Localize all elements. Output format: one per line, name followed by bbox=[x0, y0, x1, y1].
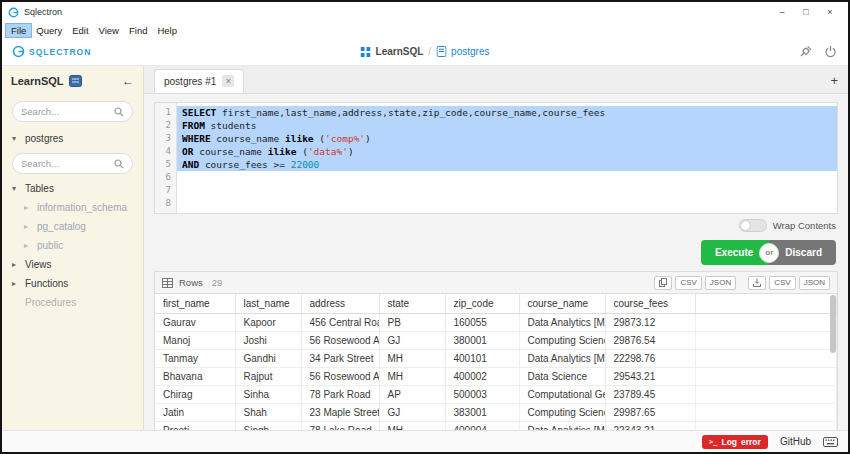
table-row[interactable]: TanmayGandhi34 Park StreetMH400101Data A… bbox=[155, 350, 837, 368]
code-line-6[interactable]: ​ bbox=[177, 171, 837, 184]
table-cell: PB bbox=[379, 314, 445, 332]
or-divider: or bbox=[759, 243, 779, 263]
code-line-3[interactable]: WHERE course_name ilike ('comp%') bbox=[177, 132, 837, 145]
table-row[interactable]: ManojJoshi56 Rosewood Av...GJ380001Compu… bbox=[155, 332, 837, 350]
column-header-last_name[interactable]: last_name bbox=[235, 294, 301, 314]
column-header-first_name[interactable]: first_name bbox=[155, 294, 235, 314]
sidebar: LearnSQL ← ▾ postgres bbox=[2, 66, 144, 430]
tab-label: postgres #1 bbox=[164, 76, 216, 87]
sidebar-item-tables[interactable]: ▾ Tables bbox=[2, 179, 143, 198]
table-cell: Computational Ge... bbox=[519, 386, 605, 404]
discard-button[interactable]: Discard bbox=[769, 240, 836, 265]
window-controls: – □ × bbox=[770, 3, 842, 21]
title-bar: Sqlectron – □ × bbox=[2, 2, 848, 22]
table-row[interactable]: JatinShah23 Maple StreetGJ383001Computin… bbox=[155, 404, 837, 422]
tab-close-icon[interactable]: × bbox=[222, 75, 234, 87]
table-cell: GJ bbox=[379, 404, 445, 422]
keyboard-icon[interactable] bbox=[823, 437, 838, 447]
results-header: Rows 29 CSV JSON bbox=[155, 272, 837, 294]
log-error-badge[interactable]: >_ Log error bbox=[702, 435, 768, 449]
code-line-5[interactable]: AND course_fees >= 22000 bbox=[177, 158, 837, 171]
copy-csv-button[interactable]: CSV bbox=[675, 276, 701, 290]
sidebar-item-views[interactable]: ▸Views bbox=[2, 255, 143, 274]
sidebar-item-public[interactable]: ▸public bbox=[2, 236, 143, 255]
header-icons bbox=[798, 44, 838, 59]
menu-item-find[interactable]: Find bbox=[124, 24, 152, 37]
copy-icon[interactable] bbox=[654, 276, 672, 290]
brand-logo: SQLECTRON bbox=[12, 45, 91, 58]
column-header-address[interactable]: address bbox=[301, 294, 379, 314]
tables-label: Tables bbox=[25, 183, 54, 194]
save-csv-button[interactable]: CSV bbox=[769, 276, 795, 290]
results-scrollbar[interactable] bbox=[830, 295, 836, 353]
database-search-input[interactable] bbox=[21, 158, 114, 169]
action-row: Execute or Discard bbox=[156, 240, 836, 265]
plug-icon[interactable] bbox=[798, 44, 813, 59]
close-button[interactable]: × bbox=[818, 3, 842, 21]
minimize-button[interactable]: – bbox=[770, 3, 794, 21]
table-cell-filler bbox=[695, 404, 837, 422]
server-icon bbox=[69, 75, 82, 87]
results-table: first_namelast_nameaddressstatezip_codec… bbox=[155, 294, 837, 430]
table-cell: Sinha bbox=[235, 386, 301, 404]
collapse-sidebar-icon[interactable]: ← bbox=[122, 75, 134, 87]
menu-item-query[interactable]: Query bbox=[31, 24, 67, 37]
table-cell: GJ bbox=[379, 332, 445, 350]
rows-label: Rows bbox=[179, 277, 203, 288]
status-bar: >_ Log error GitHub bbox=[2, 430, 848, 452]
app-window: Sqlectron – □ × FileQueryEditViewFindHel… bbox=[0, 0, 850, 454]
table-row[interactable]: PreetiSingh78 Lake RoadMH400004Data Anal… bbox=[155, 422, 837, 431]
table-row[interactable]: GauravKapoor456 Central RoadPB160055Data… bbox=[155, 314, 837, 332]
menu-item-edit[interactable]: Edit bbox=[67, 24, 93, 37]
copy-json-button[interactable]: JSON bbox=[705, 276, 736, 290]
column-header-zip_code[interactable]: zip_code bbox=[445, 294, 519, 314]
github-link[interactable]: GitHub bbox=[780, 436, 811, 447]
save-icon[interactable] bbox=[748, 276, 766, 290]
table-grid-icon bbox=[162, 278, 173, 288]
menu-item-view[interactable]: View bbox=[94, 24, 124, 37]
sidebar-item-pg_catalog[interactable]: ▸pg_catalog bbox=[2, 217, 143, 236]
table-cell: AP bbox=[379, 386, 445, 404]
tab-postgres-1[interactable]: postgres #1 × bbox=[154, 69, 244, 93]
column-header-state[interactable]: state bbox=[379, 294, 445, 314]
sidebar-item-functions[interactable]: ▸Functions bbox=[2, 274, 143, 293]
chevron-right-icon: ▸ bbox=[12, 279, 20, 288]
breadcrumb-database[interactable]: postgres bbox=[451, 46, 489, 57]
save-json-button[interactable]: JSON bbox=[799, 276, 830, 290]
save-export-group: CSV JSON bbox=[748, 276, 830, 290]
maximize-button[interactable]: □ bbox=[794, 3, 818, 21]
table-row[interactable]: BhavanaRajput56 Rosewood Av...MH400002Da… bbox=[155, 368, 837, 386]
code-line-2[interactable]: FROM students bbox=[177, 119, 837, 132]
server-search[interactable] bbox=[12, 101, 133, 122]
code-line-8[interactable]: ​ bbox=[177, 197, 837, 210]
sidebar-item-information_schema[interactable]: ▸information_schema bbox=[2, 198, 143, 217]
table-row[interactable]: ChiragSinha78 Park RoadAP500003Computati… bbox=[155, 386, 837, 404]
search-icon bbox=[114, 159, 124, 169]
menu-item-help[interactable]: Help bbox=[152, 24, 182, 37]
error-label: error bbox=[741, 437, 761, 447]
database-search[interactable] bbox=[12, 153, 133, 174]
code-line-1[interactable]: SELECT first_name,last_name,address,stat… bbox=[177, 106, 837, 119]
sidebar-item-postgres[interactable]: ▾ postgres bbox=[2, 127, 143, 148]
column-header-course_name[interactable]: course_name bbox=[519, 294, 605, 314]
table-cell: Singh bbox=[235, 422, 301, 431]
add-tab-button[interactable]: + bbox=[830, 73, 838, 88]
breadcrumb-server[interactable]: LearnSQL bbox=[376, 46, 424, 57]
code-line-7[interactable]: ​ bbox=[177, 184, 837, 197]
table-cell: Tanmay bbox=[155, 350, 235, 368]
line-number: 8 bbox=[155, 197, 176, 210]
power-icon[interactable] bbox=[823, 44, 838, 59]
server-search-input[interactable] bbox=[21, 106, 114, 117]
section-list: ▸Views▸FunctionsProcedures bbox=[2, 255, 143, 312]
rows-count: 29 bbox=[212, 277, 223, 288]
menu-bar: FileQueryEditViewFindHelp bbox=[2, 22, 848, 38]
wrap-contents-toggle[interactable] bbox=[739, 219, 767, 232]
wrap-contents-row: Wrap Contents bbox=[156, 214, 836, 236]
editor-code[interactable]: SELECT first_name,last_name,address,stat… bbox=[177, 103, 837, 213]
column-header-course_fees[interactable]: course_fees bbox=[605, 294, 695, 314]
sidebar-item-procedures[interactable]: Procedures bbox=[2, 293, 143, 312]
table-cell: 29876.54 bbox=[605, 332, 695, 350]
code-line-4[interactable]: OR course_name ilike ('data%') bbox=[177, 145, 837, 158]
tab-bar: postgres #1 × + bbox=[144, 66, 848, 94]
menu-item-file[interactable]: File bbox=[6, 24, 31, 37]
